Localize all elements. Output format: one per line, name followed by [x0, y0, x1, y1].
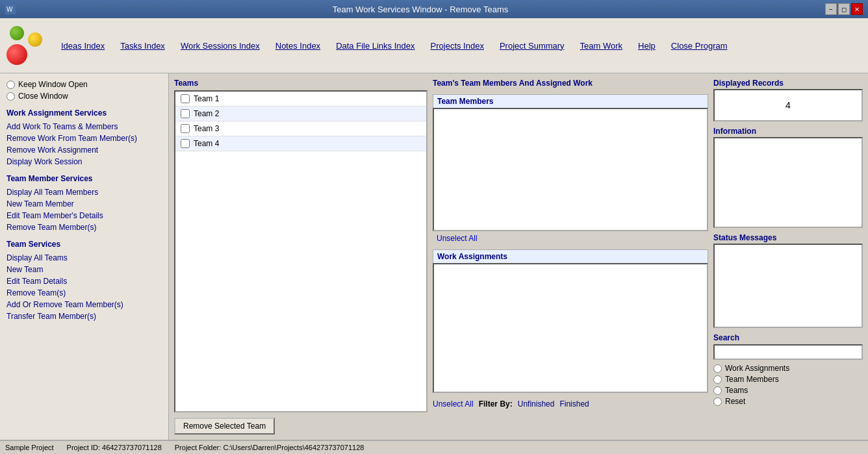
- teams-list[interactable]: Team 1 Team 2 Team 3 Team 4: [174, 90, 428, 412]
- menu-notes-index[interactable]: Notes Index: [268, 38, 328, 53]
- close-window-option[interactable]: Close Window: [6, 92, 162, 101]
- sidebar-remove-work-from-member[interactable]: Remove Work From Team Member(s): [6, 132, 162, 144]
- team-4-checkbox[interactable]: [181, 139, 190, 148]
- information-label: Information: [713, 127, 863, 136]
- team-item-2[interactable]: Team 2: [175, 107, 426, 121]
- close-window-button[interactable]: ✕: [851, 3, 863, 15]
- teams-panel: Teams Team 1 Team 2 Team 3 Team 4: [174, 79, 428, 435]
- search-reset-option[interactable]: Reset: [713, 397, 863, 406]
- sidebar-display-work-session[interactable]: Display Work Session: [6, 156, 162, 168]
- title-bar: W Team Work Services Window - Remove Tea…: [0, 0, 868, 18]
- team-members-header: Team Members: [433, 94, 708, 108]
- menu-data-file-links-index[interactable]: Data File Links Index: [328, 38, 422, 53]
- restore-button[interactable]: ◻: [838, 3, 850, 15]
- menu-close-program[interactable]: Close Program: [663, 38, 735, 53]
- status-messages-box: [713, 244, 863, 328]
- menu-projects-index[interactable]: Projects Index: [423, 38, 492, 53]
- team-3-checkbox[interactable]: [181, 124, 190, 133]
- menu-tasks-index[interactable]: Tasks Index: [112, 38, 173, 53]
- keep-window-open-option[interactable]: Keep Window Open: [6, 80, 162, 89]
- search-teams-option[interactable]: Teams: [713, 386, 863, 395]
- team-detail-panel: Team's Team Members And Assigned Work Te…: [433, 79, 708, 435]
- information-box: [713, 137, 863, 228]
- search-section: Search Work Assignments Team Members Tea…: [713, 333, 863, 406]
- search-label: Search: [713, 333, 863, 342]
- search-team-members-label: Team Members: [725, 375, 779, 384]
- team-members-unselect-all[interactable]: Unselect All: [437, 234, 478, 243]
- svg-text:W: W: [6, 6, 13, 13]
- team-1-label: Team 1: [194, 94, 219, 103]
- team-members-unselect-row: Unselect All: [433, 231, 708, 246]
- displayed-records-section: Displayed Records 4: [713, 79, 863, 121]
- keep-window-open-radio[interactable]: [6, 81, 15, 89]
- logo-circle-red: [6, 44, 27, 65]
- center-area: Teams Team 1 Team 2 Team 3 Team 4: [169, 73, 868, 440]
- logo-circle-green: [10, 26, 24, 40]
- menu-project-summary[interactable]: Project Summary: [492, 38, 572, 53]
- team-1-checkbox[interactable]: [181, 94, 190, 103]
- team-4-label: Team 4: [194, 139, 219, 148]
- work-assignments-unselect-all[interactable]: Unselect All: [433, 399, 474, 409]
- sidebar-add-remove-team-members[interactable]: Add Or Remove Team Member(s): [6, 299, 162, 310]
- search-reset-radio[interactable]: [713, 397, 722, 406]
- sidebar-add-work[interactable]: Add Work To Teams & Members: [6, 121, 162, 132]
- sidebar-display-all-teams[interactable]: Display All Teams: [6, 252, 162, 264]
- menu-team-work[interactable]: Team Work: [572, 38, 631, 53]
- sidebar-new-team-member[interactable]: New Team Member: [6, 198, 162, 210]
- sidebar: Keep Window Open Close Window Work Assig…: [0, 73, 169, 440]
- sidebar-remove-work-assignment[interactable]: Remove Work Assignment: [6, 144, 162, 156]
- teams-panel-header: Teams: [174, 79, 428, 88]
- filter-unfinished[interactable]: Unfinished: [518, 399, 555, 409]
- status-messages-section: Status Messages: [713, 233, 863, 328]
- logo-circle-yellow: [28, 32, 42, 47]
- search-work-assignments-radio[interactable]: [713, 364, 722, 373]
- team-item-1[interactable]: Team 1: [175, 92, 426, 107]
- status-project-folder: Project Folder: C:\Users\Darren\Projects…: [175, 444, 364, 451]
- menu-work-sessions-index[interactable]: Work Sessions Index: [173, 38, 268, 53]
- status-project-id-label: Project ID:: [67, 444, 100, 451]
- close-window-radio[interactable]: [6, 92, 15, 101]
- work-assignments-section: Work Assignments: [433, 249, 708, 393]
- close-window-label: Close Window: [18, 92, 68, 101]
- remove-selected-team-button[interactable]: Remove Selected Team: [174, 418, 275, 435]
- team-item-3[interactable]: Team 3: [175, 121, 426, 136]
- work-assignments-header: Work Assignments: [433, 249, 708, 263]
- team-members-section: Team Members Unselect All: [433, 94, 708, 246]
- app-logo: [6, 26, 42, 65]
- team-2-label: Team 2: [194, 109, 219, 118]
- status-project-folder-value: C:\Users\Darren\Projects\464273737071128: [223, 444, 364, 451]
- filter-row: Unselect All Filter By: Unfinished Finis…: [433, 397, 708, 411]
- search-teams-radio[interactable]: [713, 386, 722, 395]
- information-section: Information: [713, 127, 863, 228]
- app-icon: W: [5, 4, 16, 14]
- menu-ideas-index[interactable]: Ideas Index: [53, 38, 112, 53]
- main-navigation: Ideas Index Tasks Index Work Sessions In…: [53, 38, 862, 53]
- sidebar-edit-team-details[interactable]: Edit Team Details: [6, 275, 162, 287]
- search-input[interactable]: [713, 344, 863, 360]
- sidebar-remove-teams[interactable]: Remove Team(s): [6, 287, 162, 299]
- status-bar: Sample Project Project ID: 4642737370711…: [0, 440, 868, 454]
- sidebar-display-all-team-members[interactable]: Display All Team Members: [6, 186, 162, 198]
- work-assignments-list[interactable]: [433, 263, 708, 393]
- team-members-list[interactable]: [433, 108, 708, 231]
- filter-finished[interactable]: Finished: [559, 399, 589, 409]
- search-teams-label: Teams: [725, 386, 748, 395]
- status-project-id-value: 464273737071128: [102, 444, 162, 451]
- sidebar-transfer-team-member[interactable]: Transfer Team Member(s): [6, 310, 162, 322]
- search-work-assignments-option[interactable]: Work Assignments: [713, 364, 863, 373]
- menu-help[interactable]: Help: [630, 38, 663, 53]
- window-options: Keep Window Open Close Window: [6, 80, 162, 101]
- search-team-members-option[interactable]: Team Members: [713, 375, 863, 384]
- team-3-label: Team 3: [194, 124, 219, 133]
- team-services-title: Team Services: [6, 240, 162, 249]
- sidebar-edit-team-member-details[interactable]: Edit Team Member's Details: [6, 210, 162, 221]
- filter-by-label: Filter By:: [479, 399, 513, 409]
- search-team-members-radio[interactable]: [713, 375, 722, 384]
- team-detail-header: Team's Team Members And Assigned Work: [433, 79, 708, 88]
- sidebar-new-team[interactable]: New Team: [6, 264, 162, 275]
- displayed-records-value: 4: [713, 89, 863, 121]
- minimize-button[interactable]: −: [825, 3, 837, 15]
- sidebar-remove-team-member[interactable]: Remove Team Member(s): [6, 221, 162, 233]
- team-2-checkbox[interactable]: [181, 109, 190, 118]
- team-item-4[interactable]: Team 4: [175, 136, 426, 151]
